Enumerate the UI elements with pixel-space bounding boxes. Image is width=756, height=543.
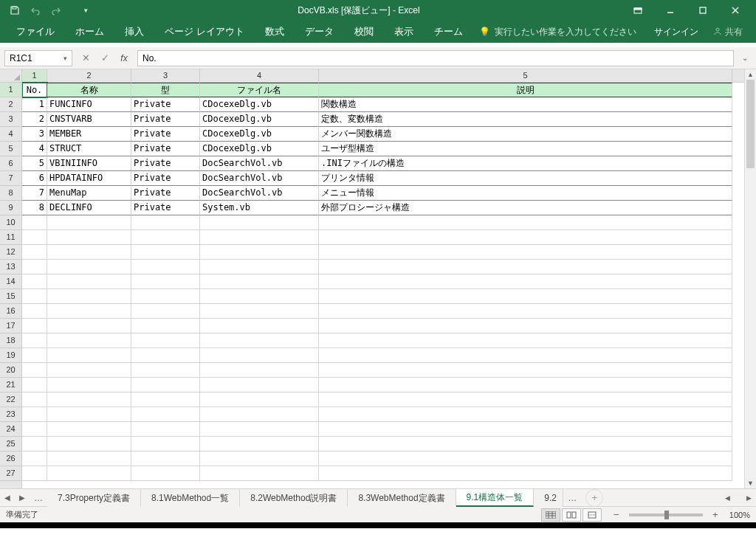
- cell[interactable]: メンバー関数構造: [319, 127, 732, 142]
- cell[interactable]: VBINIINFO: [47, 156, 131, 171]
- cell[interactable]: 7: [22, 186, 47, 201]
- cell[interactable]: [131, 245, 200, 260]
- cell[interactable]: DocSearchVol.vb: [200, 156, 319, 171]
- cell[interactable]: [22, 289, 47, 304]
- cell[interactable]: [47, 466, 131, 481]
- cell[interactable]: 6: [22, 171, 47, 186]
- cell[interactable]: 5: [22, 156, 47, 171]
- cell[interactable]: [22, 392, 47, 407]
- cell[interactable]: [131, 230, 200, 245]
- row-header[interactable]: 24: [0, 422, 21, 437]
- cell[interactable]: [319, 407, 732, 422]
- cell[interactable]: [47, 363, 131, 378]
- cell[interactable]: [319, 392, 732, 407]
- cell[interactable]: [22, 260, 47, 274]
- row-header[interactable]: 7: [0, 171, 21, 186]
- sheet-tab[interactable]: 8.2WebMethod説明書: [240, 489, 348, 507]
- ribbon-tab[interactable]: 挿入: [114, 21, 154, 43]
- row-header[interactable]: 15: [0, 289, 21, 304]
- cell[interactable]: [47, 348, 131, 363]
- cell[interactable]: FUNCINFO: [47, 97, 131, 112]
- row-header[interactable]: 18: [0, 333, 21, 348]
- cell[interactable]: [131, 392, 200, 407]
- cell[interactable]: [200, 260, 319, 274]
- cell[interactable]: [131, 422, 200, 437]
- cell[interactable]: [319, 466, 732, 481]
- cell[interactable]: Private: [131, 186, 200, 201]
- cell[interactable]: [131, 289, 200, 304]
- row-header[interactable]: 5: [0, 142, 21, 156]
- cell[interactable]: [200, 348, 319, 363]
- row-header[interactable]: 3: [0, 112, 21, 127]
- cell[interactable]: [200, 407, 319, 422]
- ribbon-tab[interactable]: ホーム: [65, 21, 114, 43]
- new-sheet-button[interactable]: +: [585, 489, 603, 507]
- row-header[interactable]: 23: [0, 407, 21, 422]
- cell[interactable]: [22, 304, 47, 319]
- row-header[interactable]: 27: [0, 466, 21, 481]
- cell[interactable]: メニュー情報: [319, 186, 732, 201]
- ribbon-tab[interactable]: 数式: [255, 21, 295, 43]
- cell[interactable]: Private: [131, 112, 200, 127]
- cell[interactable]: [22, 378, 47, 392]
- formula-input[interactable]: No.: [137, 50, 734, 66]
- cell[interactable]: CDocexeDlg.vb: [200, 142, 319, 156]
- cell[interactable]: [47, 437, 131, 452]
- name-box[interactable]: R1C1 ▾: [4, 50, 72, 66]
- cell[interactable]: [22, 230, 47, 245]
- ribbon-tab[interactable]: 校閲: [344, 21, 384, 43]
- cell[interactable]: 説明: [319, 83, 732, 97]
- cell[interactable]: [131, 304, 200, 319]
- cell[interactable]: [131, 215, 200, 230]
- row-header[interactable]: 17: [0, 319, 21, 333]
- cell[interactable]: [319, 289, 732, 304]
- cell[interactable]: Private: [131, 142, 200, 156]
- cell[interactable]: [22, 422, 47, 437]
- row-header[interactable]: 14: [0, 274, 21, 289]
- tab-nav-first-button[interactable]: …: [30, 493, 47, 503]
- cell[interactable]: STRUCT: [47, 142, 131, 156]
- cell[interactable]: Private: [131, 97, 200, 112]
- cell[interactable]: [200, 437, 319, 452]
- minimize-button[interactable]: [656, 0, 685, 21]
- scroll-thumb[interactable]: [746, 80, 755, 168]
- cell[interactable]: [47, 215, 131, 230]
- cell[interactable]: [319, 348, 732, 363]
- cell[interactable]: [47, 407, 131, 422]
- cell[interactable]: [319, 378, 732, 392]
- ribbon-tab[interactable]: ファイル: [6, 21, 65, 43]
- cell[interactable]: [319, 363, 732, 378]
- cell[interactable]: [200, 422, 319, 437]
- cell[interactable]: 外部プロシージャ構造: [319, 201, 732, 215]
- cell[interactable]: CNSTVARB: [47, 112, 131, 127]
- cell[interactable]: [200, 230, 319, 245]
- cell[interactable]: [200, 319, 319, 333]
- cell[interactable]: 定数、変数構造: [319, 112, 732, 127]
- cell[interactable]: 1: [22, 97, 47, 112]
- row-header[interactable]: 9: [0, 201, 21, 215]
- cell[interactable]: Private: [131, 127, 200, 142]
- row-header[interactable]: 16: [0, 304, 21, 319]
- cell[interactable]: [22, 274, 47, 289]
- row-header[interactable]: 20: [0, 363, 21, 378]
- cell[interactable]: CDocexeDlg.vb: [200, 127, 319, 142]
- cell[interactable]: DocSearchVol.vb: [200, 186, 319, 201]
- share-button[interactable]: 共有: [706, 26, 750, 38]
- cell[interactable]: 2: [22, 112, 47, 127]
- cell[interactable]: [47, 319, 131, 333]
- cell[interactable]: [22, 363, 47, 378]
- row-header[interactable]: 10: [0, 215, 21, 230]
- cell[interactable]: [200, 304, 319, 319]
- cell[interactable]: [131, 260, 200, 274]
- cell[interactable]: .INIファイルの構造: [319, 156, 732, 171]
- cell[interactable]: [319, 304, 732, 319]
- page-layout-view-button[interactable]: [562, 508, 581, 522]
- row-header[interactable]: 19: [0, 348, 21, 363]
- zoom-out-button[interactable]: −: [611, 509, 622, 520]
- ribbon-display-button[interactable]: [623, 0, 653, 21]
- expand-formula-bar-button[interactable]: ⌄: [738, 54, 752, 62]
- cell[interactable]: [47, 392, 131, 407]
- cell[interactable]: [200, 363, 319, 378]
- row-header[interactable]: 21: [0, 378, 21, 392]
- cell[interactable]: DocSearchVol.vb: [200, 171, 319, 186]
